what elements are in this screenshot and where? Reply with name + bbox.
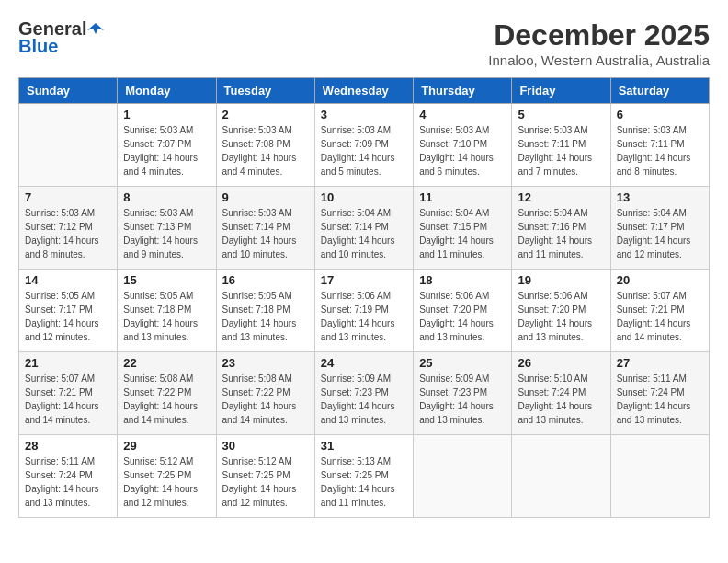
- day-info: Sunrise: 5:07 AMSunset: 7:21 PMDaylight:…: [617, 289, 703, 344]
- calendar-cell: 25Sunrise: 5:09 AMSunset: 7:23 PMDayligh…: [414, 352, 512, 435]
- day-info: Sunrise: 5:04 AMSunset: 7:14 PMDaylight:…: [321, 206, 407, 261]
- day-number: 20: [617, 273, 703, 287]
- calendar-cell: 17Sunrise: 5:06 AMSunset: 7:19 PMDayligh…: [314, 270, 413, 352]
- calendar-cell: 12Sunrise: 5:04 AMSunset: 7:16 PMDayligh…: [512, 187, 610, 270]
- day-info: Sunrise: 5:10 AMSunset: 7:24 PMDaylight:…: [518, 372, 604, 427]
- calendar-cell: [414, 435, 512, 518]
- day-info: Sunrise: 5:04 AMSunset: 7:17 PMDaylight:…: [617, 206, 703, 261]
- day-number: 13: [617, 190, 703, 204]
- day-info: Sunrise: 5:03 AMSunset: 7:14 PMDaylight:…: [222, 206, 309, 261]
- day-number: 28: [25, 439, 111, 453]
- day-info: Sunrise: 5:03 AMSunset: 7:12 PMDaylight:…: [25, 206, 111, 261]
- day-number: 9: [222, 190, 309, 204]
- day-info: Sunrise: 5:06 AMSunset: 7:19 PMDaylight:…: [321, 289, 407, 344]
- day-info: Sunrise: 5:06 AMSunset: 7:20 PMDaylight:…: [419, 289, 506, 344]
- day-number: 14: [25, 273, 111, 287]
- day-number: 10: [321, 190, 407, 204]
- week-row-2: 7Sunrise: 5:03 AMSunset: 7:12 PMDaylight…: [19, 187, 710, 270]
- day-info: Sunrise: 5:13 AMSunset: 7:25 PMDaylight:…: [321, 454, 407, 510]
- calendar-cell: 23Sunrise: 5:08 AMSunset: 7:22 PMDayligh…: [216, 352, 314, 435]
- calendar-cell: 26Sunrise: 5:10 AMSunset: 7:24 PMDayligh…: [512, 352, 610, 435]
- day-number: 21: [25, 356, 111, 370]
- calendar-cell: 11Sunrise: 5:04 AMSunset: 7:15 PMDayligh…: [414, 187, 512, 270]
- day-info: Sunrise: 5:11 AMSunset: 7:24 PMDaylight:…: [25, 454, 111, 510]
- week-row-4: 21Sunrise: 5:07 AMSunset: 7:21 PMDayligh…: [19, 352, 710, 435]
- day-info: Sunrise: 5:07 AMSunset: 7:21 PMDaylight:…: [25, 372, 111, 427]
- day-number: 30: [222, 439, 309, 453]
- page-header: General Blue December 2025 Innaloo, West…: [18, 18, 710, 68]
- logo-bird-icon: [87, 21, 104, 38]
- calendar-cell: 29Sunrise: 5:12 AMSunset: 7:25 PMDayligh…: [118, 435, 216, 518]
- day-number: 1: [123, 108, 210, 121]
- day-number: 2: [222, 108, 309, 121]
- header-tuesday: Tuesday: [216, 78, 314, 104]
- location-subtitle: Innaloo, Western Australia, Australia: [488, 52, 710, 68]
- day-number: 16: [222, 273, 309, 287]
- header-friday: Friday: [512, 78, 610, 104]
- calendar-cell: 19Sunrise: 5:06 AMSunset: 7:20 PMDayligh…: [512, 270, 610, 352]
- day-info: Sunrise: 5:09 AMSunset: 7:23 PMDaylight:…: [419, 372, 506, 427]
- day-number: 15: [123, 273, 210, 287]
- day-number: 8: [123, 190, 210, 204]
- calendar-cell: 7Sunrise: 5:03 AMSunset: 7:12 PMDaylight…: [19, 187, 118, 270]
- logo-blue: Blue: [18, 36, 58, 57]
- day-number: 31: [321, 439, 407, 453]
- calendar-cell: 14Sunrise: 5:05 AMSunset: 7:17 PMDayligh…: [19, 270, 118, 352]
- day-info: Sunrise: 5:11 AMSunset: 7:24 PMDaylight:…: [617, 372, 703, 427]
- day-number: 23: [222, 356, 309, 370]
- calendar-table: Sunday Monday Tuesday Wednesday Thursday…: [18, 77, 710, 518]
- header-wednesday: Wednesday: [314, 78, 413, 104]
- day-number: 29: [123, 439, 210, 453]
- calendar-cell: [610, 435, 709, 518]
- day-info: Sunrise: 5:04 AMSunset: 7:15 PMDaylight:…: [419, 206, 506, 261]
- day-info: Sunrise: 5:03 AMSunset: 7:11 PMDaylight:…: [617, 123, 703, 178]
- calendar-cell: 16Sunrise: 5:05 AMSunset: 7:18 PMDayligh…: [216, 270, 314, 352]
- day-number: 7: [25, 190, 111, 204]
- day-number: 22: [123, 356, 210, 370]
- svg-marker-0: [87, 23, 104, 34]
- day-number: 6: [617, 108, 703, 121]
- day-info: Sunrise: 5:03 AMSunset: 7:07 PMDaylight:…: [123, 123, 210, 178]
- calendar-cell: [512, 435, 610, 518]
- calendar-cell: 22Sunrise: 5:08 AMSunset: 7:22 PMDayligh…: [118, 352, 216, 435]
- day-number: 5: [518, 108, 604, 121]
- calendar-cell: [19, 104, 118, 187]
- day-number: 25: [419, 356, 506, 370]
- day-number: 17: [321, 273, 407, 287]
- day-number: 26: [518, 356, 604, 370]
- day-number: 12: [518, 190, 604, 204]
- day-info: Sunrise: 5:05 AMSunset: 7:18 PMDaylight:…: [123, 289, 210, 344]
- calendar-cell: 20Sunrise: 5:07 AMSunset: 7:21 PMDayligh…: [610, 270, 709, 352]
- header-monday: Monday: [118, 78, 216, 104]
- calendar-cell: 1Sunrise: 5:03 AMSunset: 7:07 PMDaylight…: [118, 104, 216, 187]
- calendar-cell: 30Sunrise: 5:12 AMSunset: 7:25 PMDayligh…: [216, 435, 314, 518]
- day-number: 27: [617, 356, 703, 370]
- header-saturday: Saturday: [610, 78, 709, 104]
- day-info: Sunrise: 5:12 AMSunset: 7:25 PMDaylight:…: [123, 454, 210, 510]
- day-info: Sunrise: 5:03 AMSunset: 7:08 PMDaylight:…: [222, 123, 309, 178]
- day-number: 24: [321, 356, 407, 370]
- day-info: Sunrise: 5:03 AMSunset: 7:10 PMDaylight:…: [419, 123, 506, 178]
- day-info: Sunrise: 5:06 AMSunset: 7:20 PMDaylight:…: [518, 289, 604, 344]
- day-info: Sunrise: 5:03 AMSunset: 7:09 PMDaylight:…: [321, 123, 407, 178]
- week-row-5: 28Sunrise: 5:11 AMSunset: 7:24 PMDayligh…: [19, 435, 710, 518]
- calendar-cell: 4Sunrise: 5:03 AMSunset: 7:10 PMDaylight…: [414, 104, 512, 187]
- day-number: 4: [419, 108, 506, 121]
- day-info: Sunrise: 5:12 AMSunset: 7:25 PMDaylight:…: [222, 454, 309, 510]
- calendar-cell: 6Sunrise: 5:03 AMSunset: 7:11 PMDaylight…: [610, 104, 709, 187]
- day-info: Sunrise: 5:08 AMSunset: 7:22 PMDaylight:…: [123, 372, 210, 427]
- days-header-row: Sunday Monday Tuesday Wednesday Thursday…: [19, 78, 710, 104]
- day-number: 18: [419, 273, 506, 287]
- day-info: Sunrise: 5:05 AMSunset: 7:18 PMDaylight:…: [222, 289, 309, 344]
- day-number: 11: [419, 190, 506, 204]
- header-sunday: Sunday: [19, 78, 118, 104]
- calendar-cell: 27Sunrise: 5:11 AMSunset: 7:24 PMDayligh…: [610, 352, 709, 435]
- calendar-cell: 24Sunrise: 5:09 AMSunset: 7:23 PMDayligh…: [314, 352, 413, 435]
- day-info: Sunrise: 5:04 AMSunset: 7:16 PMDaylight:…: [518, 206, 604, 261]
- calendar-cell: 31Sunrise: 5:13 AMSunset: 7:25 PMDayligh…: [314, 435, 413, 518]
- day-number: 3: [321, 108, 407, 121]
- calendar-cell: 18Sunrise: 5:06 AMSunset: 7:20 PMDayligh…: [414, 270, 512, 352]
- day-info: Sunrise: 5:03 AMSunset: 7:13 PMDaylight:…: [123, 206, 210, 261]
- title-block: December 2025 Innaloo, Western Australia…: [488, 18, 710, 68]
- calendar-cell: 3Sunrise: 5:03 AMSunset: 7:09 PMDaylight…: [314, 104, 413, 187]
